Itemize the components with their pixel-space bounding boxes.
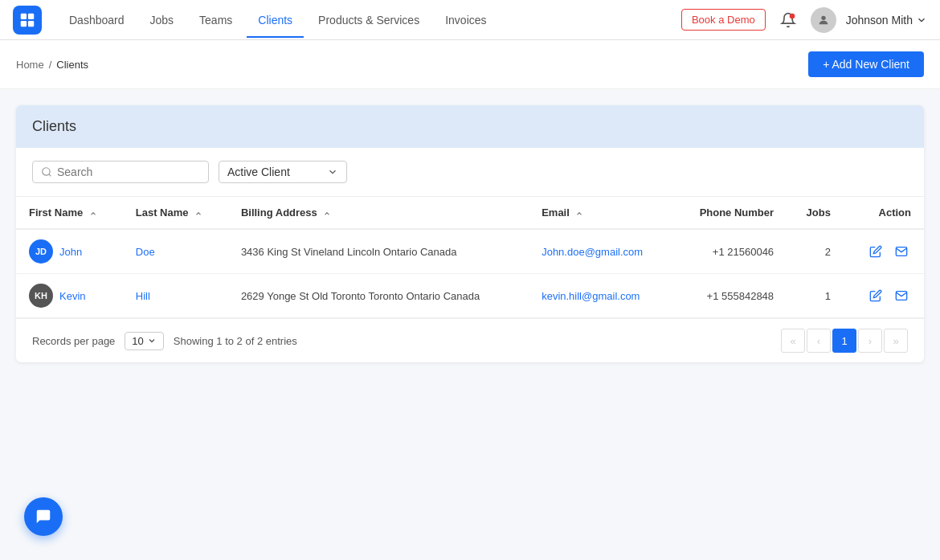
cell-jobs-0: 2 bbox=[787, 229, 844, 274]
navbar: Dashboard Jobs Teams Clients Products & … bbox=[0, 0, 940, 40]
pagination-controls: « ‹ 1 › » bbox=[781, 329, 908, 353]
cell-last-name-0: Doe bbox=[123, 229, 228, 274]
first-name-link-0[interactable]: John bbox=[59, 246, 82, 258]
sort-first-name-icon bbox=[89, 210, 97, 218]
pagination-bar: Records per page 10 Showing 1 to 2 of 2 … bbox=[16, 318, 924, 362]
edit-icon-0[interactable] bbox=[866, 242, 885, 261]
records-per-page-select[interactable]: 10 bbox=[125, 332, 163, 350]
clients-header: Clients bbox=[16, 105, 924, 148]
client-avatar-1: KH bbox=[29, 284, 53, 308]
last-name-link-0[interactable]: Doe bbox=[136, 246, 155, 258]
app-logo[interactable] bbox=[13, 6, 42, 35]
showing-text: Showing 1 to 2 of 2 entries bbox=[174, 335, 297, 347]
cell-phone-0: +1 21560046 bbox=[673, 229, 787, 274]
cell-action-1 bbox=[844, 274, 924, 318]
cell-first-name-0: JD John bbox=[16, 229, 123, 274]
table-header-row: First Name Last Name bbox=[16, 197, 924, 229]
email-action-icon-0[interactable] bbox=[892, 242, 911, 261]
client-avatar-0: JD bbox=[29, 239, 53, 264]
first-page-button[interactable]: « bbox=[781, 329, 805, 353]
current-page-button[interactable]: 1 bbox=[832, 329, 856, 353]
client-filter-select[interactable]: Active Client bbox=[219, 161, 347, 183]
records-per-page-value: 10 bbox=[132, 335, 143, 347]
breadcrumb-current: Clients bbox=[56, 59, 88, 71]
svg-point-6 bbox=[43, 168, 50, 175]
cell-billing-0: 3436 King St Vineland Lincoln Ontario Ca… bbox=[228, 229, 529, 274]
nav-item-products-services[interactable]: Products & Services bbox=[307, 2, 431, 38]
clients-title: Clients bbox=[32, 118, 76, 134]
breadcrumb-bar: Home / Clients + Add New Client bbox=[0, 40, 940, 89]
cell-email-0: John.doe@gmail.com bbox=[529, 229, 672, 274]
nav-item-invoices[interactable]: Invoices bbox=[434, 2, 497, 38]
search-input[interactable] bbox=[57, 166, 200, 178]
sort-email-icon bbox=[575, 210, 583, 218]
add-client-button[interactable]: + Add New Client bbox=[808, 51, 924, 77]
first-name-link-1[interactable]: Kevin bbox=[59, 290, 86, 302]
breadcrumb-actions: + Add New Client bbox=[808, 51, 924, 77]
book-demo-button[interactable]: Book a Demo bbox=[681, 9, 766, 31]
search-wrapper bbox=[32, 161, 209, 183]
email-action-icon-1[interactable] bbox=[892, 286, 911, 305]
last-page-button[interactable]: » bbox=[884, 329, 908, 353]
nav-menu: Dashboard Jobs Teams Clients Products & … bbox=[58, 2, 681, 38]
navbar-right: Book a Demo Johnson Mith bbox=[681, 7, 927, 33]
cell-first-name-1: KH Kevin bbox=[16, 274, 123, 318]
col-last-name[interactable]: Last Name bbox=[123, 197, 228, 229]
col-phone: Phone Number bbox=[673, 197, 787, 229]
search-icon bbox=[41, 166, 52, 178]
col-action: Action bbox=[844, 197, 924, 229]
cell-email-1: kevin.hill@gmail.com bbox=[529, 274, 672, 318]
notifications-icon[interactable] bbox=[775, 7, 801, 33]
user-menu[interactable]: Johnson Mith bbox=[846, 14, 927, 27]
svg-line-7 bbox=[49, 174, 51, 177]
sort-last-name-icon bbox=[194, 210, 202, 218]
email-link-1[interactable]: kevin.hill@gmail.com bbox=[542, 290, 640, 302]
next-page-button[interactable]: › bbox=[858, 329, 882, 353]
col-first-name[interactable]: First Name bbox=[16, 197, 123, 229]
chevron-down-icon bbox=[327, 166, 338, 178]
col-jobs: Jobs bbox=[787, 197, 844, 229]
svg-point-5 bbox=[821, 15, 825, 19]
nav-item-teams[interactable]: Teams bbox=[188, 2, 243, 38]
filter-select-label: Active Client bbox=[227, 166, 290, 178]
cell-jobs-1: 1 bbox=[787, 274, 844, 318]
records-dropdown-icon bbox=[147, 336, 157, 345]
nav-item-jobs[interactable]: Jobs bbox=[139, 2, 186, 38]
cell-phone-1: +1 555842848 bbox=[673, 274, 787, 318]
nav-item-dashboard[interactable]: Dashboard bbox=[58, 2, 136, 38]
svg-rect-0 bbox=[21, 13, 27, 18]
svg-rect-3 bbox=[28, 20, 34, 26]
clients-table: First Name Last Name bbox=[16, 197, 924, 318]
breadcrumb-home[interactable]: Home bbox=[16, 59, 44, 71]
svg-point-4 bbox=[789, 13, 795, 18]
cell-last-name-1: Hill bbox=[123, 274, 228, 318]
main-content: Clients Active Client bbox=[0, 89, 940, 378]
col-email[interactable]: Email bbox=[529, 197, 672, 229]
user-avatar[interactable] bbox=[811, 7, 836, 33]
nav-item-clients[interactable]: Clients bbox=[247, 2, 304, 38]
col-billing-address[interactable]: Billing Address bbox=[228, 197, 529, 229]
records-per-page-label: Records per page bbox=[32, 335, 115, 347]
table-row: KH Kevin Hill 2629 Yonge St Old Toronto … bbox=[16, 274, 924, 318]
cell-action-0 bbox=[844, 229, 924, 274]
clients-card: Clients Active Client bbox=[16, 105, 924, 362]
edit-icon-1[interactable] bbox=[866, 286, 885, 305]
svg-rect-2 bbox=[21, 20, 27, 26]
sort-billing-icon bbox=[323, 210, 331, 218]
toolbar: Active Client bbox=[16, 148, 924, 197]
table-row: JD John Doe 3436 King St Vineland Lincol… bbox=[16, 229, 924, 274]
svg-rect-1 bbox=[28, 13, 34, 18]
cell-billing-1: 2629 Yonge St Old Toronto Toronto Ontari… bbox=[228, 274, 529, 318]
email-link-0[interactable]: John.doe@gmail.com bbox=[542, 246, 643, 258]
last-name-link-1[interactable]: Hill bbox=[136, 290, 150, 302]
prev-page-button[interactable]: ‹ bbox=[807, 329, 831, 353]
breadcrumb-separator: / bbox=[49, 59, 52, 71]
clients-table-container: First Name Last Name bbox=[16, 197, 924, 318]
